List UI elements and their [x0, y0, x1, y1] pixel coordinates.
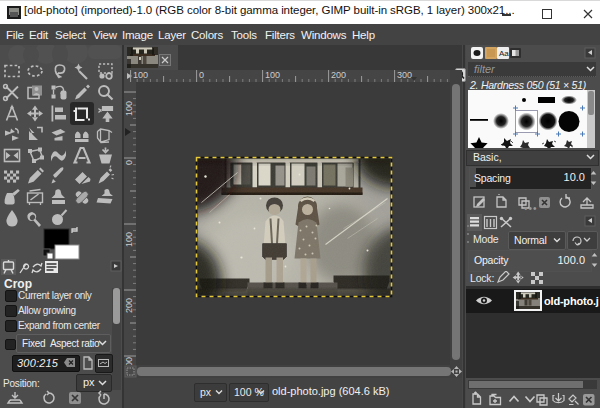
svg-text:100: 100	[133, 70, 148, 80]
svg-text:300: 300	[124, 357, 134, 365]
svg-text:100: 100	[265, 70, 280, 80]
svg-text:100: 100	[124, 232, 134, 247]
svg-text:Aa: Aa	[499, 49, 509, 58]
svg-text:200: 200	[124, 298, 134, 313]
svg-text:300: 300	[397, 70, 412, 80]
svg-text:0: 0	[199, 70, 204, 80]
svg-text:200: 200	[331, 70, 346, 80]
svg-text:100: 100	[124, 101, 134, 116]
svg-text:0: 0	[124, 160, 134, 165]
